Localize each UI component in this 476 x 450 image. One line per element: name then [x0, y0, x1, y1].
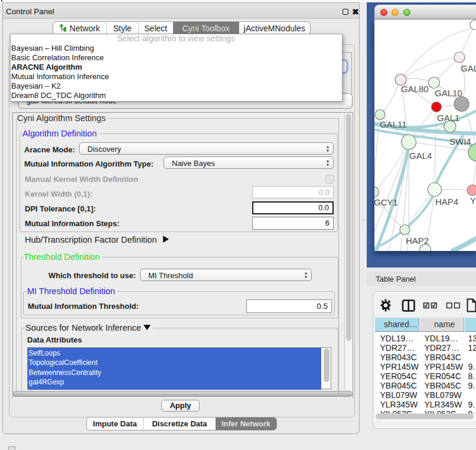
svg-text:SWI4: SWI4: [449, 136, 471, 146]
svg-text:GAL1: GAL1: [437, 113, 459, 123]
svg-text:GCY1: GCY1: [374, 197, 398, 207]
svg-text:GAL4: GAL4: [409, 151, 432, 161]
svg-text:YJ: YJ: [470, 195, 476, 206]
svg-text:HAP2: HAP2: [406, 236, 429, 246]
svg-text:GAL11: GAL11: [380, 119, 407, 129]
svg-text:GAL10: GAL10: [435, 88, 462, 98]
svg-text:GAL80: GAL80: [401, 84, 429, 94]
svg-text:HAP4: HAP4: [435, 197, 458, 207]
svg-text:GAL7: GAL7: [461, 63, 476, 73]
